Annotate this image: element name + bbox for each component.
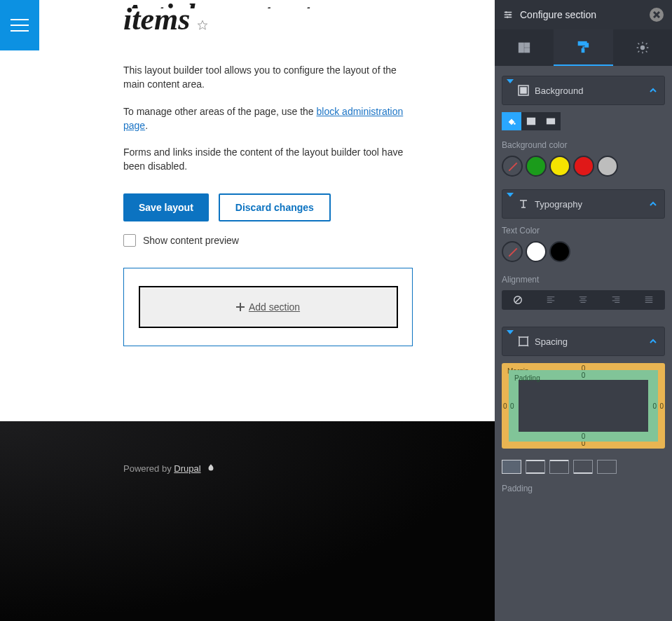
main-area: Article content items This layout builde… — [39, 0, 495, 621]
align-center[interactable] — [567, 290, 600, 310]
svg-point-16 — [514, 123, 516, 125]
sidebar-tabs — [495, 29, 672, 66]
alignment-row — [502, 290, 665, 310]
drupal-icon — [206, 463, 216, 473]
align-none[interactable] — [502, 290, 535, 310]
chevron-up-icon — [649, 337, 657, 346]
gear-icon — [636, 41, 650, 55]
section-head-typography[interactable]: Typography — [502, 189, 665, 219]
pad-variant-bottom[interactable] — [573, 460, 593, 474]
configure-sidebar: Configure section Background — [495, 0, 672, 621]
align-left-icon — [546, 295, 556, 305]
video-icon — [546, 116, 556, 126]
bg-type-image[interactable] — [521, 112, 541, 130]
bg-color-swatches — [502, 156, 665, 177]
checkbox-icon — [123, 234, 136, 247]
hamburger-rail[interactable] — [0, 0, 39, 50]
sidebar-title: Configure section — [520, 9, 643, 20]
box-model-content — [519, 380, 648, 432]
swatch-text-none[interactable] — [502, 241, 523, 262]
drupal-link[interactable]: Drupal — [174, 463, 200, 474]
svg-point-3 — [505, 11, 507, 13]
box-model-padding[interactable]: Padding 0 0 0 0 — [509, 370, 658, 442]
swatch-text-black[interactable] — [549, 241, 570, 262]
tab-settings[interactable] — [613, 29, 672, 66]
box-model[interactable]: Margin 0 0 0 0 Padding 0 0 0 0 — [502, 363, 665, 449]
pad-variant-top-bottom[interactable] — [526, 460, 545, 474]
background-icon — [518, 85, 529, 96]
section-head-background-label: Background — [535, 86, 583, 96]
padding-tag: Padding — [514, 374, 540, 382]
svg-point-18 — [528, 119, 530, 121]
star-icon[interactable] — [197, 20, 208, 31]
padding-top-val[interactable]: 0 — [582, 371, 586, 379]
section-head-spacing[interactable]: Spacing — [502, 327, 665, 356]
svg-rect-8 — [519, 43, 524, 52]
align-justify[interactable] — [632, 290, 665, 310]
help-text-2: To manage other areas of the page, use t… — [123, 104, 418, 133]
swatch-green[interactable] — [526, 156, 547, 177]
save-button[interactable]: Save layout — [123, 193, 209, 221]
align-right-icon — [611, 295, 621, 305]
content-preview-label: Show content preview — [143, 235, 239, 246]
bg-type-video[interactable] — [541, 112, 561, 130]
alignment-label: Alignment — [502, 275, 665, 285]
svg-rect-15 — [521, 88, 526, 93]
tab-style[interactable] — [554, 29, 612, 66]
swatch-red[interactable] — [573, 156, 594, 177]
svg-rect-9 — [525, 43, 530, 47]
bg-color-label: Background color — [502, 140, 665, 150]
swatch-none[interactable] — [502, 156, 523, 177]
discard-button[interactable]: Discard changes — [219, 193, 331, 221]
svg-rect-11 — [579, 42, 587, 46]
pad-variant-none[interactable] — [597, 460, 617, 474]
footer-prefix: Powered by — [123, 463, 174, 474]
svg-point-5 — [507, 16, 509, 18]
image-icon — [526, 116, 536, 126]
typography-icon — [518, 198, 529, 210]
paint-bucket-icon — [507, 116, 516, 126]
close-icon — [653, 11, 660, 18]
bg-type-color[interactable] — [502, 112, 521, 130]
padding-left-val[interactable]: 0 — [510, 402, 514, 410]
content-preview-toggle[interactable]: Show content preview — [123, 234, 495, 247]
layout-icon — [517, 41, 531, 55]
tab-layout[interactable] — [495, 29, 554, 66]
layout-region: Add section — [123, 268, 413, 346]
margin-left-val[interactable]: 0 — [503, 402, 507, 410]
svg-rect-10 — [525, 48, 530, 53]
padding-right-val[interactable]: 0 — [652, 402, 657, 410]
padding-variant-row — [502, 460, 665, 474]
sliders-icon — [503, 10, 513, 20]
text-color-swatches — [502, 241, 665, 262]
page-title-text: items — [123, 4, 190, 35]
swatch-yellow[interactable] — [549, 156, 570, 177]
align-left[interactable] — [535, 290, 568, 310]
add-section-button[interactable]: Add section — [139, 286, 398, 328]
background-type-row — [502, 112, 665, 130]
hamburger-icon — [11, 19, 29, 32]
margin-right-val[interactable]: 0 — [659, 402, 664, 410]
align-right[interactable] — [600, 290, 633, 310]
chevron-up-icon — [649, 200, 657, 208]
close-button[interactable] — [650, 8, 664, 22]
section-head-background[interactable]: Background — [502, 76, 665, 105]
paint-roller-icon — [576, 40, 590, 54]
svg-rect-12 — [582, 49, 584, 53]
page-title: items — [123, 4, 495, 35]
section-head-spacing-label: Spacing — [535, 336, 568, 347]
pad-variant-top[interactable] — [549, 460, 569, 474]
swatch-text-white[interactable] — [526, 241, 547, 262]
svg-point-4 — [509, 14, 511, 16]
section-head-typography-label: Typography — [535, 199, 582, 210]
padding-label: Padding — [502, 484, 665, 493]
swatch-grey[interactable] — [597, 156, 618, 177]
help-text-3: Forms and links inside the content of th… — [123, 145, 418, 174]
ban-icon — [513, 295, 523, 305]
padding-bottom-val[interactable]: 0 — [582, 432, 586, 440]
pad-variant-all[interactable] — [502, 460, 521, 474]
help-text-1: This layout builder tool allows you to c… — [123, 63, 418, 92]
add-section-label: Add section — [249, 301, 300, 313]
plus-icon — [236, 303, 245, 311]
align-justify-icon — [644, 295, 654, 305]
